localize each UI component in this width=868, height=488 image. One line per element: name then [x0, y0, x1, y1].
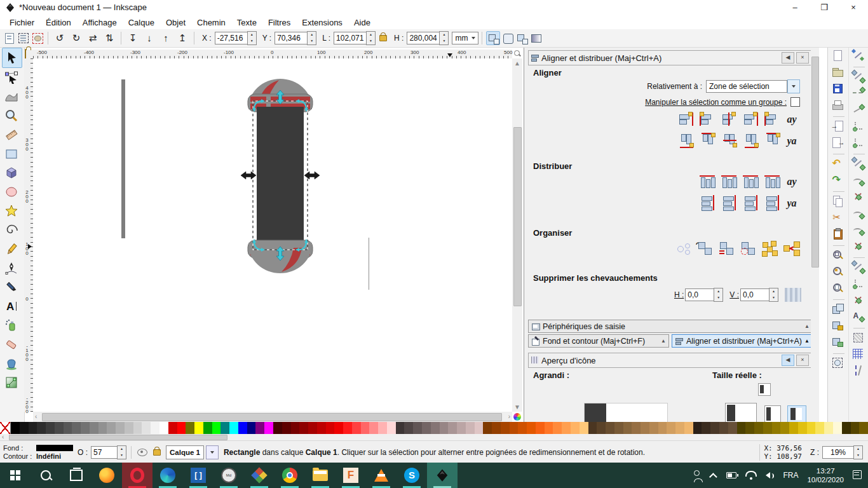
color-swatch[interactable]	[807, 422, 816, 434]
color-swatch[interactable]	[81, 422, 90, 434]
fill-color-swatch[interactable]	[36, 445, 73, 451]
people-tray-icon[interactable]	[694, 468, 703, 482]
taskbar-firefox-icon[interactable]	[92, 463, 122, 488]
tool-ellipse[interactable]	[2, 182, 21, 201]
lower-one-step-icon[interactable]: ↓	[142, 30, 157, 46]
snap-grids-icon[interactable]	[851, 348, 867, 363]
color-swatch[interactable]	[702, 422, 710, 434]
dock-scroll-thumb[interactable]	[811, 57, 819, 268]
color-swatch[interactable]	[851, 422, 860, 434]
tool-spiral[interactable]	[2, 220, 21, 240]
color-swatch[interactable]	[562, 422, 571, 434]
color-swatch[interactable]	[142, 422, 151, 434]
palette-scroll-thumb[interactable]	[9, 435, 227, 440]
color-swatch[interactable]	[396, 422, 405, 434]
snap-nodes-icon[interactable]	[851, 157, 867, 172]
color-swatch[interactable]	[597, 422, 606, 434]
taskbar-skype-icon[interactable]: S	[397, 463, 427, 488]
menu-item[interactable]: Extensions	[296, 17, 348, 29]
undo-icon[interactable]: ↶	[831, 157, 846, 172]
dock-tab-align-distribute[interactable]: Aligner et distribuer (Maj+Ctrl+A) ▲	[672, 334, 813, 348]
color-swatch[interactable]	[571, 422, 580, 434]
palette-scrollbar[interactable]: ‹	[0, 434, 868, 440]
color-swatch[interactable]	[614, 422, 623, 434]
affect-move-toggle-icon[interactable]	[486, 31, 500, 45]
distribute-right-edges-button[interactable]	[742, 173, 761, 190]
color-swatch[interactable]	[212, 422, 221, 434]
width-field[interactable]: 102,071▲▼	[334, 32, 376, 44]
export-document-icon[interactable]: →	[831, 136, 846, 151]
color-swatch[interactable]	[431, 422, 440, 434]
color-swatch[interactable]	[789, 422, 798, 434]
layer-dropdown-button[interactable]	[206, 445, 219, 459]
zoom-field[interactable]: 19%▲▼	[822, 446, 863, 459]
task-view-icon[interactable]	[61, 463, 92, 488]
tool-star[interactable]	[2, 201, 21, 220]
icon-preview-header[interactable]: Aperçu d'icône ◀ ×	[528, 353, 811, 368]
color-swatch[interactable]	[220, 422, 229, 434]
color-swatch[interactable]	[168, 422, 177, 434]
remove-overlaps-button[interactable]	[785, 288, 801, 302]
affect-corners-toggle-icon[interactable]	[515, 32, 528, 44]
align-left-edges-button[interactable]	[698, 111, 717, 128]
align-top-edges-button[interactable]	[698, 133, 717, 149]
distribute-text-anchors-v-button[interactable]: ya	[782, 198, 801, 209]
color-swatch[interactable]	[116, 422, 125, 434]
vertical-scroll-thumb[interactable]	[513, 127, 522, 306]
tool-gradient[interactable]	[2, 373, 21, 392]
vertical-ruler[interactable]: 4003002001000-100-200	[24, 58, 34, 412]
color-swatch[interactable]	[98, 422, 107, 434]
relative-dropdown-button[interactable]	[787, 79, 800, 93]
unlock-object-icon[interactable]	[831, 336, 846, 351]
flip-vertical-icon[interactable]: ⇅	[102, 30, 117, 46]
rotate-cw-icon[interactable]: ↻	[69, 30, 84, 46]
color-swatch[interactable]	[623, 422, 632, 434]
color-managed-view-icon[interactable]	[513, 413, 521, 421]
color-swatch[interactable]	[545, 422, 553, 434]
redo-icon[interactable]: ↷	[831, 173, 846, 189]
print-document-icon[interactable]	[831, 98, 846, 114]
tool-bucket-fill[interactable]	[2, 354, 21, 373]
align-right-to-anchor-left-button[interactable]	[677, 111, 696, 128]
distribute-bottom-edges-button[interactable]	[742, 195, 761, 212]
canvas-vertical-scrollbar[interactable]: ▲ ▼	[512, 58, 522, 412]
scroll-up-icon[interactable]: ▲	[512, 60, 522, 67]
align-bottom-edges-button[interactable]	[742, 133, 761, 149]
color-swatch[interactable]	[457, 422, 466, 434]
distribute-centers-v-button[interactable]	[720, 195, 739, 212]
color-swatch[interactable]	[194, 422, 203, 434]
color-swatch[interactable]	[815, 422, 824, 434]
snap-enable-icon[interactable]	[851, 49, 867, 64]
affect-scale-toggle-icon[interactable]	[501, 32, 514, 44]
menu-item[interactable]: Calque	[123, 17, 160, 29]
color-swatch[interactable]	[247, 422, 256, 434]
color-swatch[interactable]	[658, 422, 667, 434]
panel-close-icon[interactable]: ×	[796, 355, 809, 366]
tool-zoom[interactable]	[2, 106, 21, 125]
color-swatch[interactable]	[440, 422, 449, 434]
align-bottom-to-anchor-top-button[interactable]	[677, 133, 696, 149]
color-swatch[interactable]	[151, 422, 159, 434]
group-checkbox[interactable]	[790, 97, 800, 107]
tool-tweak[interactable]	[2, 87, 21, 106]
tool-measure[interactable]	[2, 125, 21, 144]
color-swatch[interactable]	[632, 422, 641, 434]
selected-capsule-object[interactable]	[240, 67, 322, 277]
color-swatch[interactable]	[763, 422, 772, 434]
tool-calligraphy[interactable]	[2, 278, 21, 297]
new-document-icon[interactable]	[831, 49, 846, 64]
menu-item[interactable]: Fichier	[4, 17, 40, 29]
color-swatch[interactable]	[291, 422, 300, 434]
capsule-body-rect[interactable]	[257, 107, 304, 245]
color-swatch[interactable]	[833, 422, 842, 434]
menu-item[interactable]: Édition	[40, 17, 77, 29]
color-swatch[interactable]	[378, 422, 387, 434]
import-document-icon[interactable]: →	[831, 119, 846, 135]
color-swatch[interactable]	[20, 422, 29, 434]
layer-visibility-icon[interactable]	[137, 449, 147, 456]
snap-bounding-box-icon[interactable]	[851, 70, 867, 85]
menu-item[interactable]: Objet	[160, 17, 191, 29]
color-swatch[interactable]	[553, 422, 562, 434]
color-swatch[interactable]	[710, 422, 719, 434]
color-swatch[interactable]	[55, 422, 64, 434]
